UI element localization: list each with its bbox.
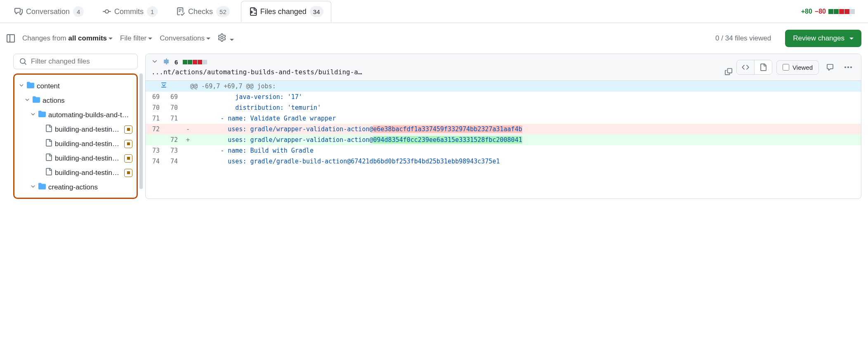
diff-toolbar: Changes from all commits File filter Con… xyxy=(0,23,868,54)
checklist-icon xyxy=(177,7,185,16)
search-icon xyxy=(19,58,27,65)
diff-marker: - xyxy=(182,124,194,135)
code-cell[interactable]: uses: gradle/wrapper-validation-action@e… xyxy=(194,124,861,135)
file-tree-sidebar: content actions automating-builds-and-te… xyxy=(13,54,138,199)
line-number-new[interactable]: 74 xyxy=(164,156,182,167)
git-commit-icon xyxy=(103,7,111,16)
viewed-checkbox[interactable]: Viewed xyxy=(776,60,819,75)
tree-file[interactable]: building-and-testing-sw... xyxy=(17,165,134,180)
code-cell[interactable]: uses: gradle/gradle-build-action@67421db… xyxy=(194,156,861,167)
source-view-button[interactable] xyxy=(737,60,754,74)
code-icon xyxy=(742,64,749,71)
copy-path-icon[interactable] xyxy=(725,68,732,76)
folder-icon xyxy=(33,96,40,105)
diff-marker xyxy=(182,156,194,167)
tree-label: building-and-testing-jav... xyxy=(55,125,122,134)
tab-conversation[interactable]: Conversation 4 xyxy=(7,1,92,22)
diff-line: 72- uses: gradle/wrapper-validation-acti… xyxy=(146,124,861,135)
sidebar-scrollbar[interactable] xyxy=(139,73,143,189)
diff-line: 72+ uses: gradle/wrapper-validation-acti… xyxy=(146,135,861,145)
diff-panel: 6 ...nt/actions/automating-builds-and-te… xyxy=(145,54,861,199)
line-number-new[interactable]: 70 xyxy=(164,102,182,113)
viewed-checkbox-input[interactable] xyxy=(783,64,789,71)
review-changes-button[interactable]: Review changes xyxy=(785,30,861,47)
file-filter[interactable]: File filter xyxy=(120,34,152,43)
chevron-down-icon xyxy=(24,97,30,105)
caret-icon xyxy=(206,38,210,40)
diff-line: 7070 distribution: 'temurin' xyxy=(146,102,861,113)
diff-line: 7373 - name: Build with Gradle xyxy=(146,145,861,156)
tree-file[interactable]: building-and-testing-no... xyxy=(17,137,134,151)
tab-conversation-count: 4 xyxy=(73,6,84,17)
file-menu-button[interactable] xyxy=(841,63,855,71)
viewed-counter: 0 / 34 files viewed xyxy=(715,34,771,43)
line-number-old[interactable]: 69 xyxy=(146,92,164,102)
line-number-new[interactable]: 69 xyxy=(164,92,182,102)
folder-icon xyxy=(38,110,46,120)
tree-folder-creating-actions[interactable]: creating-actions xyxy=(17,180,134,194)
chevron-down-icon xyxy=(30,183,36,191)
code-cell[interactable]: - name: Build with Gradle xyxy=(194,145,861,156)
tab-commits[interactable]: Commits 1 xyxy=(95,1,165,22)
line-number-new[interactable]: 73 xyxy=(164,145,182,156)
code-cell[interactable]: uses: gradle/wrapper-validation-action@0… xyxy=(194,135,861,145)
caret-icon xyxy=(849,38,854,40)
hunk-header-row: @@ -69,7 +69,7 @@ jobs: xyxy=(146,81,861,92)
file-diffstat-squares xyxy=(183,60,207,64)
changes-filter[interactable]: Changes from all commits xyxy=(22,34,113,43)
tree-label: building-and-testing-no... xyxy=(55,140,122,148)
code-cell[interactable]: - name: Validate Gradle wrapper xyxy=(194,113,861,124)
deletions-count: −80 xyxy=(815,8,826,15)
tab-files-changed[interactable]: Files changed 34 xyxy=(241,1,331,22)
line-number-new[interactable]: 72 xyxy=(164,135,182,145)
caret-icon xyxy=(148,38,152,40)
line-number-old[interactable]: 71 xyxy=(146,113,164,124)
diff-line: 7474 uses: gradle/gradle-build-action@67… xyxy=(146,156,861,167)
line-number-old[interactable]: 72 xyxy=(146,124,164,135)
line-number-old[interactable]: 74 xyxy=(146,156,164,167)
line-number-old[interactable] xyxy=(146,135,164,145)
line-number-old[interactable]: 70 xyxy=(146,102,164,113)
diff-line: 7171 - name: Validate Gradle wrapper xyxy=(146,113,861,124)
expand-hunk-button[interactable] xyxy=(146,81,182,92)
tab-checks-count: 52 xyxy=(216,6,230,17)
tree-file[interactable]: building-and-testing-ru... xyxy=(17,151,134,165)
comment-button[interactable] xyxy=(823,60,837,74)
line-number-old[interactable]: 73 xyxy=(146,145,164,156)
diff-table: @@ -69,7 +69,7 @@ jobs: 6969 java-versio… xyxy=(146,81,861,167)
line-number-new[interactable] xyxy=(164,124,182,135)
gear-icon xyxy=(218,33,226,42)
code-cell[interactable]: distribution: 'temurin' xyxy=(194,102,861,113)
file-path[interactable]: ...nt/actions/automating-builds-and-test… xyxy=(151,68,721,76)
file-tree-highlighted: content actions automating-builds-and-te… xyxy=(13,73,138,199)
tree-folder-automating[interactable]: automating-builds-and-tests xyxy=(17,108,134,122)
comment-icon xyxy=(826,64,834,71)
diffstat-squares xyxy=(828,9,855,14)
tab-checks[interactable]: Checks 52 xyxy=(169,1,238,22)
expand-all-icon[interactable] xyxy=(163,58,170,66)
code-cell[interactable]: java-version: '17' xyxy=(194,92,861,102)
file-icon xyxy=(45,139,52,149)
tree-file[interactable]: building-and-testing-jav... xyxy=(17,122,134,137)
rendered-view-button[interactable] xyxy=(754,60,772,74)
tab-checks-label: Checks xyxy=(188,7,213,16)
tree-label: creating-actions xyxy=(48,183,132,191)
conversations-filter[interactable]: Conversations xyxy=(160,34,210,43)
diff-settings[interactable] xyxy=(218,33,234,44)
caret-icon xyxy=(230,39,234,41)
hunk-header: @@ -69,7 +69,7 @@ jobs: xyxy=(182,81,861,92)
tree-label: automating-builds-and-tests xyxy=(48,111,132,119)
unfold-icon xyxy=(160,82,167,88)
tree-folder-content[interactable]: content xyxy=(17,79,134,93)
collapse-file-icon[interactable] xyxy=(151,58,158,66)
folder-icon xyxy=(38,182,46,192)
tab-files-count: 34 xyxy=(310,6,323,17)
filter-files-box[interactable] xyxy=(13,54,138,69)
changes-prefix: Changes from xyxy=(22,34,68,42)
line-number-new[interactable]: 71 xyxy=(164,113,182,124)
tree-folder-actions[interactable]: actions xyxy=(17,93,134,108)
tree-label: content xyxy=(37,82,132,90)
sidebar-collapse-icon[interactable] xyxy=(7,34,15,43)
tab-conversation-label: Conversation xyxy=(26,7,70,16)
filter-files-input[interactable] xyxy=(31,57,132,66)
